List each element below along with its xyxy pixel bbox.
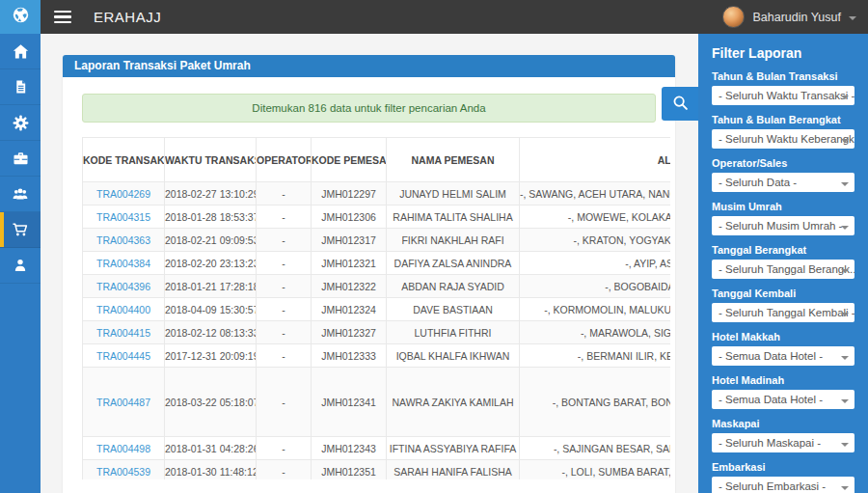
table-row: TRA004445 2017-12-31 20:09:19 - JMH01233… xyxy=(83,344,671,368)
cell-nama-pemesan: IFTINA ASSYABIYA RAFIFA xyxy=(387,437,520,460)
table-row: TRA004315 2018-01-28 18:53:37 - JMH01230… xyxy=(83,205,671,229)
transaction-link[interactable]: TRA004539 xyxy=(96,466,150,478)
filter-label: Maskapai xyxy=(712,418,854,429)
transaction-link[interactable]: TRA004498 xyxy=(96,443,150,454)
table-row: TRA004269 2018-02-27 13:10:29 - JMH01229… xyxy=(83,182,671,205)
sidebar-item-home[interactable] xyxy=(0,34,41,69)
user-menu[interactable]: Baharudin Yusuf xyxy=(722,0,856,34)
cell-kode-transaksi: TRA004400 xyxy=(83,298,165,321)
cell-operator: - xyxy=(257,205,312,229)
cell-waktu-transaksi: 2018-01-30 11:48:12 xyxy=(165,460,257,480)
filter-select-value: - Seluruh Embarkasi - xyxy=(719,480,826,492)
filter-select[interactable]: - Seluruh Waktu Transaksi - xyxy=(712,86,854,105)
cell-kode-pemesan: JMH012297 xyxy=(312,182,387,205)
cell-alamat: -, KORMOMOLIN, MALUKU TENGGARA BARAT, MA… xyxy=(520,298,671,321)
sidebar-item-transactions[interactable] xyxy=(0,212,41,248)
filter-title: Filter Laporan xyxy=(712,45,854,61)
sidebar-item-settings[interactable] xyxy=(0,105,41,141)
cell-waktu-transaksi: 2018-02-20 23:13:23 xyxy=(165,252,257,275)
hamburger-icon xyxy=(54,11,71,14)
filter-group: Musim Umrah - Seluruh Musim Umrah - xyxy=(712,201,854,235)
cell-operator: - xyxy=(257,368,312,437)
transaction-link[interactable]: TRA004315 xyxy=(96,211,150,223)
cell-operator: - xyxy=(257,344,312,368)
cell-waktu-transaksi: 2018-01-31 04:28:26 xyxy=(165,437,257,460)
users-icon xyxy=(12,186,29,202)
transaction-link[interactable]: TRA004445 xyxy=(96,350,150,362)
column-header-waktu-transaksi: WAKTU TRANSAKSI xyxy=(165,138,257,182)
transaction-link[interactable]: TRA004487 xyxy=(96,397,150,408)
filter-group: Tahun & Bulan Berangkat - Seluruh Waktu … xyxy=(712,114,854,149)
column-header-kode-transaksi: KODE TRANSAKSI xyxy=(83,138,165,182)
transaction-link[interactable]: TRA004384 xyxy=(96,258,150,269)
filter-select[interactable]: - Semua Data Hotel - xyxy=(712,390,854,409)
filter-select[interactable]: - Seluruh Tanggal Berangk... xyxy=(712,260,854,279)
cell-kode-transaksi: TRA004269 xyxy=(83,182,165,205)
chevron-down-icon xyxy=(841,313,849,316)
cell-alamat: -, MOWEWE, KOLAKA, SULAWESI TENGGARA xyxy=(520,205,671,229)
content-area: Laporan Transaksi Paket Umrah Ditemukan … xyxy=(41,34,698,493)
filter-select-value: - Seluruh Waktu Transaksi - xyxy=(719,90,854,101)
cell-operator: - xyxy=(257,437,312,460)
filter-select[interactable]: - Seluruh Data - xyxy=(712,173,854,192)
filter-select[interactable]: - Semua Data Hotel - xyxy=(712,346,854,366)
filter-group: Tanggal Berangkat - Seluruh Tanggal Bera… xyxy=(712,244,854,279)
sidebar-item-jamaah[interactable] xyxy=(0,177,41,212)
cell-kode-transaksi: TRA004487 xyxy=(83,368,165,437)
sidebar-item-documents[interactable] xyxy=(0,69,41,105)
filter-label: Operator/Sales xyxy=(712,157,854,169)
cell-kode-pemesan: JMH012322 xyxy=(312,275,387,298)
cell-waktu-transaksi: 2018-01-28 18:53:37 xyxy=(165,205,257,229)
cell-nama-pemesan: JUNAYD HELMI SALIM xyxy=(387,182,520,205)
filter-group: Maskapai - Seluruh Maskapai - xyxy=(712,418,854,452)
gear-icon xyxy=(13,115,29,131)
sidebar-item-packages[interactable] xyxy=(0,141,41,177)
cell-kode-pemesan: JMH012321 xyxy=(312,252,387,275)
column-header-nama-pemesan: NAMA PEMESAN xyxy=(387,138,520,182)
cell-alamat: -, LOLI, SUMBA BARAT, NUSA TENGGARA TIMU… xyxy=(520,460,671,480)
cell-kode-pemesan: JMH012333 xyxy=(312,344,387,368)
transaction-link[interactable]: TRA004363 xyxy=(96,234,150,246)
column-header-operator: OPERATOR xyxy=(257,138,312,182)
filter-label: Musim Umrah xyxy=(712,201,854,212)
sidebar-item-profile[interactable] xyxy=(0,248,41,284)
cell-alamat: -, SAJINGAN BESAR, SAMBAS, KALIMANTAN BA… xyxy=(520,437,671,460)
transactions-table-wrap: KODE TRANSAKSI WAKTU TRANSAKSI OPERATOR … xyxy=(82,137,670,479)
transaction-link[interactable]: TRA004396 xyxy=(96,281,150,292)
cell-kode-transaksi: TRA004384 xyxy=(83,252,165,275)
cell-kode-pemesan: JMH012327 xyxy=(312,321,387,344)
filter-select[interactable]: - Seluruh Waktu Keberangk... xyxy=(712,129,854,149)
filter-label: Hotel Makkah xyxy=(712,331,854,342)
table-row: TRA004498 2018-01-31 04:28:26 - JMH01234… xyxy=(83,437,671,460)
cell-alamat: -, BOGOBAIDA, PANIAI, PAPUA xyxy=(520,275,671,298)
cell-alamat: -, AYIP, ASMAT, PAPUA xyxy=(520,252,671,275)
table-row: TRA004363 2018-02-21 09:09:53 - JMH01231… xyxy=(83,229,671,252)
chevron-down-icon xyxy=(841,399,849,403)
column-header-alamat: ALAMAT xyxy=(520,138,671,182)
filter-select[interactable]: - Seluruh Maskapai - xyxy=(712,433,854,452)
search-results-alert: Ditemukan 816 data untuk filter pencaria… xyxy=(82,94,656,123)
table-row: TRA004384 2018-02-20 23:13:23 - JMH01232… xyxy=(83,252,671,275)
filter-select-value: - Seluruh Data - xyxy=(719,177,797,188)
cell-waktu-transaksi: 2018-02-12 08:13:33 xyxy=(165,321,257,344)
search-button[interactable] xyxy=(662,87,698,121)
user-icon xyxy=(13,258,28,273)
cell-kode-transaksi: TRA004415 xyxy=(83,321,165,344)
filter-label: Tanggal Berangkat xyxy=(712,244,854,256)
cell-kode-transaksi: TRA004445 xyxy=(83,344,165,368)
filter-select-value: - Seluruh Tanggal Kembali - xyxy=(719,307,854,318)
globe-icon xyxy=(12,6,30,28)
app-logo[interactable] xyxy=(0,0,41,34)
transaction-link[interactable]: TRA004269 xyxy=(96,188,150,200)
cell-nama-pemesan: IQBAL KHALFA IKHWAN xyxy=(387,344,520,368)
cell-alamat: -, SAWANG, ACEH UTARA, NANGGROE ACEH DAR… xyxy=(520,182,671,205)
filter-select-value: - Semua Data Hotel - xyxy=(719,394,823,405)
transaction-link[interactable]: TRA004415 xyxy=(96,327,150,339)
transaction-link[interactable]: TRA004400 xyxy=(96,304,150,315)
cell-operator: - xyxy=(257,460,312,480)
cell-waktu-transaksi: 2018-03-22 05:18:07 xyxy=(165,368,257,437)
sidebar-toggle-button[interactable] xyxy=(41,0,85,34)
filter-select[interactable]: - Seluruh Musim Umrah - xyxy=(712,216,854,235)
filter-select[interactable]: - Seluruh Embarkasi - xyxy=(712,477,854,493)
filter-select[interactable]: - Seluruh Tanggal Kembali - xyxy=(712,303,854,322)
